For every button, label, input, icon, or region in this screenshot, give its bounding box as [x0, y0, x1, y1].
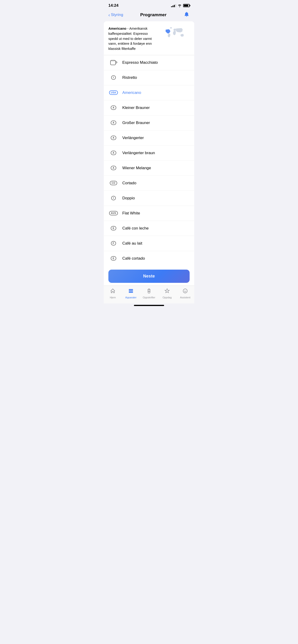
coffee-label-espresso-macchiato: Espresso Macchiato: [122, 60, 158, 65]
apparater-icon: [128, 288, 134, 294]
svg-rect-4: [129, 290, 133, 292]
badge-icon-grosser-brauner: A: [108, 120, 119, 126]
world-map: [162, 26, 190, 43]
page-title: Programmer: [140, 12, 166, 18]
next-button-container: Neste: [104, 266, 194, 286]
status-bar: 14:24: [104, 0, 194, 9]
badge-icon-cortado: CO: [108, 180, 119, 186]
svg-line-2: [114, 60, 115, 61]
tab-label-apparater: Apparater: [125, 296, 136, 299]
coffee-label-americano: Americano: [122, 90, 141, 95]
coffee-item-flat-white[interactable]: AUS Flat White: [104, 206, 194, 221]
main-content: Americano - Amerikansk kaffespesialitet:…: [104, 21, 194, 286]
coffee-label-cafe-cortado: Café cortado: [122, 256, 145, 261]
home-indicator: [134, 305, 164, 306]
oppdag-icon: [164, 288, 170, 294]
coffee-item-cafe-au-lait[interactable]: F Café au lait: [104, 236, 194, 251]
bell-icon[interactable]: [184, 11, 190, 18]
svg-rect-5: [129, 292, 133, 293]
coffee-label-kleiner-brauner: Kleiner Brauner: [122, 106, 150, 110]
wifi-icon: [178, 4, 182, 7]
tab-assistent[interactable]: Assistent: [176, 288, 194, 299]
home-icon: [110, 288, 116, 294]
tab-apparater[interactable]: Apparater: [122, 288, 140, 299]
next-button[interactable]: Neste: [108, 270, 190, 283]
svg-point-8: [184, 290, 185, 291]
badge-icon-americano: USA: [108, 89, 119, 96]
back-chevron-icon: ‹: [108, 12, 110, 18]
badge-icon-flat-white: AUS: [108, 210, 119, 217]
tab-label-assistent: Assistent: [180, 296, 191, 299]
cup-icon: [108, 59, 119, 66]
svg-rect-3: [129, 289, 133, 290]
coffee-item-kleiner-brauner[interactable]: A Kleiner Brauner: [104, 100, 194, 116]
coffee-item-verlangerter-braun[interactable]: A Verlängerter braun: [104, 146, 194, 161]
svg-point-9: [186, 290, 186, 291]
coffee-item-cafe-con-leche[interactable]: E Café con leche: [104, 221, 194, 236]
badge-icon-doppio: I: [108, 195, 119, 202]
coffee-label-grosser-brauner: Großer Brauner: [122, 120, 150, 125]
description-bold: Americano: [108, 26, 127, 30]
coffee-item-grosser-brauner[interactable]: A Großer Brauner: [104, 116, 194, 130]
coffee-label-ristretto: Ristretto: [122, 75, 137, 80]
coffee-item-americano[interactable]: USA Americano: [104, 85, 194, 100]
status-icons: [171, 4, 190, 7]
oppskrifter-icon: [146, 288, 152, 294]
coffee-item-espresso-macchiato[interactable]: Espresso Macchiato: [104, 55, 194, 70]
coffee-item-wiener-melange[interactable]: A Wiener Melange: [104, 161, 194, 176]
coffee-item-cortado[interactable]: CO Cortado: [104, 176, 194, 191]
badge-icon-cafe-cortado: E: [108, 255, 119, 262]
coffee-item-cafe-cortado[interactable]: E Café cortado: [104, 251, 194, 266]
description-section: Americano - Amerikansk kaffespesialitet:…: [104, 21, 194, 55]
tab-oppskrifter[interactable]: Oppskrifter: [140, 288, 158, 299]
back-button[interactable]: ‹ Styring: [108, 12, 123, 18]
coffee-label-cortado: Cortado: [122, 181, 136, 186]
battery-icon: [183, 4, 190, 7]
status-time: 14:24: [108, 3, 118, 8]
signal-bars-icon: [171, 4, 176, 7]
coffee-label-verlangerter: Verlängerter: [122, 136, 144, 140]
badge-icon-verlangerter-braun: A: [108, 150, 119, 156]
assistent-icon: [182, 288, 188, 294]
tab-oppdag[interactable]: Oppdag: [158, 288, 176, 299]
badge-icon-wiener-melange: A: [108, 164, 119, 172]
tab-label-oppdag: Oppdag: [162, 296, 171, 299]
badge-icon-ristretto: I: [108, 74, 119, 81]
tab-label-hjem: Hjem: [110, 296, 116, 299]
coffee-label-cafe-con-leche: Café con leche: [122, 226, 149, 231]
badge-icon-cafe-con-leche: E: [108, 225, 119, 232]
tab-hjem[interactable]: Hjem: [104, 288, 122, 299]
coffee-label-verlangerter-braun: Verlängerter braun: [122, 151, 155, 155]
tab-bar: Hjem Apparater Oppskrifter Oppdag Assist…: [104, 286, 194, 304]
badge-icon-verlangerter: A: [108, 134, 119, 142]
coffee-item-verlangerter[interactable]: A Verlängerter: [104, 130, 194, 146]
badge-icon-kleiner-brauner: A: [108, 104, 119, 111]
description-text: Americano - Amerikansk kaffespesialitet:…: [108, 26, 158, 51]
coffee-list: Espresso Macchiato I Ristretto USA Ameri…: [104, 55, 194, 266]
svg-point-7: [183, 289, 187, 293]
coffee-label-cafe-au-lait: Café au lait: [122, 241, 142, 246]
coffee-label-wiener-melange: Wiener Melange: [122, 166, 151, 170]
nav-bar: ‹ Styring Programmer: [104, 9, 194, 21]
back-label: Styring: [111, 12, 123, 17]
svg-line-0: [111, 60, 112, 61]
tab-label-oppskrifter: Oppskrifter: [143, 296, 155, 299]
coffee-label-flat-white: Flat White: [122, 211, 140, 216]
badge-icon-cafe-au-lait: F: [108, 240, 119, 247]
coffee-item-doppio[interactable]: I Doppio: [104, 191, 194, 206]
coffee-item-ristretto[interactable]: I Ristretto: [104, 70, 194, 85]
coffee-label-doppio: Doppio: [122, 196, 135, 200]
